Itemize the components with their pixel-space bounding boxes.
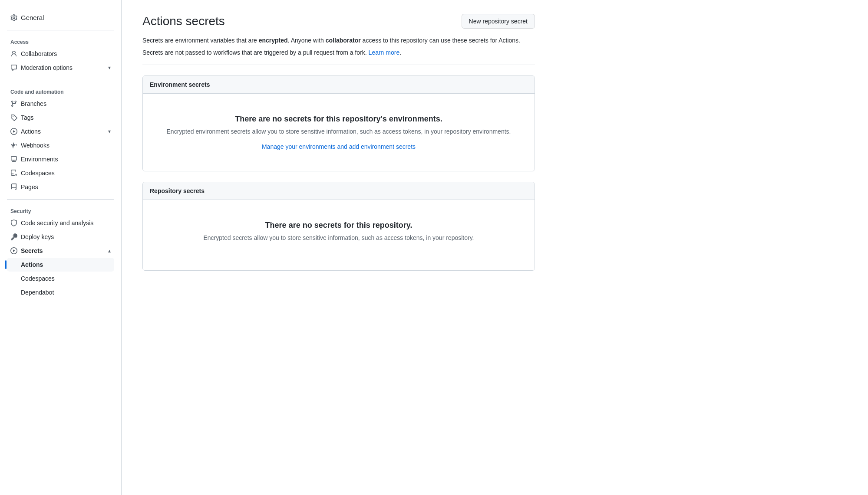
play-icon xyxy=(10,128,17,135)
sidebar-item-collaborators[interactable]: Collaborators xyxy=(7,47,114,61)
repo-secrets-empty-desc: Encrypted secrets allow you to store sen… xyxy=(153,233,524,243)
sidebar-item-secrets[interactable]: Secrets ▴ xyxy=(7,244,114,258)
manage-environments-link[interactable]: Manage your environments and add environ… xyxy=(262,143,416,150)
page-title: Actions secrets xyxy=(142,14,225,28)
sidebar-item-actions[interactable]: Actions ▾ xyxy=(7,125,114,138)
sidebar-item-codespaces[interactable]: Codespaces xyxy=(7,166,114,180)
gear-icon xyxy=(10,14,17,21)
env-secrets-empty-desc: Encrypted environment secrets allow you … xyxy=(153,127,524,136)
person-icon xyxy=(10,50,17,57)
sidebar-item-general[interactable]: General xyxy=(7,10,114,25)
secrets-label: Secrets xyxy=(21,247,43,254)
repo-secrets-empty-title: There are no secrets for this repository… xyxy=(153,221,524,230)
description-block: Secrets are environment variables that a… xyxy=(142,36,535,65)
dependabot-sub-label: Dependabot xyxy=(21,289,54,296)
sidebar: General Access Collaborators Moderation … xyxy=(0,0,122,495)
key-icon xyxy=(10,233,17,240)
sidebar-item-webhooks[interactable]: Webhooks xyxy=(7,138,114,152)
moderation-label: Moderation options xyxy=(21,64,73,71)
divider-1 xyxy=(7,30,114,30)
section-label-access: Access xyxy=(7,36,114,47)
secret-icon xyxy=(10,247,17,254)
tag-icon xyxy=(10,114,17,121)
deploy-keys-label: Deploy keys xyxy=(21,233,54,240)
description-line2: Secrets are not passed to workflows that… xyxy=(142,48,535,57)
env-icon xyxy=(10,156,17,163)
branch-icon xyxy=(10,100,17,107)
codespaces-label: Codespaces xyxy=(21,170,55,177)
pages-icon xyxy=(10,184,17,190)
repo-secrets-header: Repository secrets xyxy=(143,182,535,200)
codespaces-icon xyxy=(10,170,17,177)
sidebar-item-tags[interactable]: Tags xyxy=(7,111,114,125)
sidebar-item-deploy-keys[interactable]: Deploy keys xyxy=(7,230,114,244)
comment-icon xyxy=(10,64,17,71)
webhook-icon xyxy=(10,142,17,149)
section-label-code-automation: Code and automation xyxy=(7,85,114,97)
environments-label: Environments xyxy=(21,156,58,163)
main-content: Actions secrets New repository secret Se… xyxy=(122,0,556,495)
actions-sub-label: Actions xyxy=(21,261,43,268)
collaborators-label: Collaborators xyxy=(21,50,57,57)
env-secrets-header: Environment secrets xyxy=(143,76,535,94)
chevron-down-icon: ▾ xyxy=(108,65,111,71)
page-header: Actions secrets New repository secret xyxy=(142,14,535,29)
description-line1: Secrets are environment variables that a… xyxy=(142,36,535,45)
branches-label: Branches xyxy=(21,100,46,107)
section-label-security: Security xyxy=(7,205,114,216)
env-secrets-empty-title: There are no secrets for this repository… xyxy=(153,115,524,124)
actions-label: Actions xyxy=(21,128,41,135)
learn-more-link[interactable]: Learn more xyxy=(369,49,400,56)
new-repository-secret-button[interactable]: New repository secret xyxy=(462,14,535,29)
sidebar-item-pages[interactable]: Pages xyxy=(7,180,114,194)
divider-3 xyxy=(7,199,114,200)
chevron-down-icon: ▾ xyxy=(108,128,111,134)
sidebar-item-branches[interactable]: Branches xyxy=(7,97,114,111)
divider-2 xyxy=(7,80,114,80)
shield-icon xyxy=(10,220,17,226)
sidebar-item-dependabot-sub[interactable]: Dependabot xyxy=(7,285,114,299)
repository-secrets-card: Repository secrets There are no secrets … xyxy=(142,182,535,271)
webhooks-label: Webhooks xyxy=(21,142,50,149)
codespaces-sub-label: Codespaces xyxy=(21,275,55,282)
sidebar-item-code-security[interactable]: Code security and analysis xyxy=(7,216,114,230)
sidebar-general-label: General xyxy=(21,14,44,21)
sidebar-item-actions-sub[interactable]: Actions xyxy=(7,258,114,272)
sidebar-item-codespaces-sub[interactable]: Codespaces xyxy=(7,272,114,285)
repo-secrets-body: There are no secrets for this repository… xyxy=(143,200,535,270)
sidebar-item-environments[interactable]: Environments xyxy=(7,152,114,166)
code-security-label: Code security and analysis xyxy=(21,220,93,226)
tags-label: Tags xyxy=(21,114,34,121)
env-secrets-body: There are no secrets for this repository… xyxy=(143,94,535,171)
environment-secrets-card: Environment secrets There are no secrets… xyxy=(142,75,535,171)
sidebar-item-moderation[interactable]: Moderation options ▾ xyxy=(7,61,114,75)
pages-label: Pages xyxy=(21,184,38,190)
chevron-up-icon: ▴ xyxy=(108,248,111,254)
